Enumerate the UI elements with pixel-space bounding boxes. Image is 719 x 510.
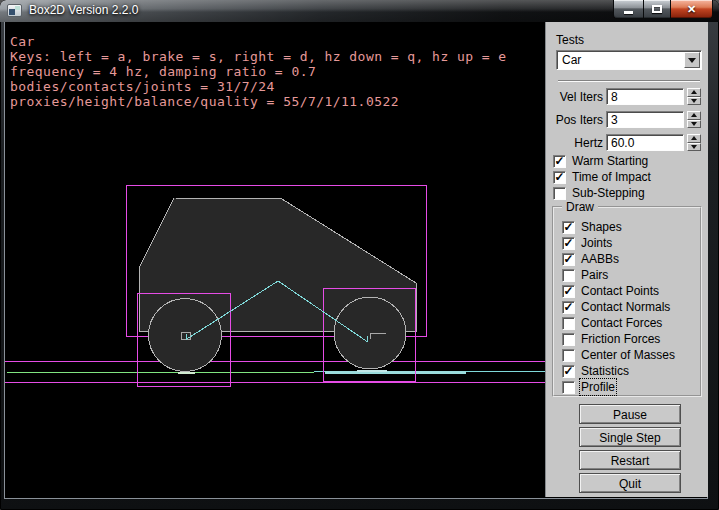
info-line-proxies-height-balance-quality-55-7-1-11-0522: proxies/height/balance/quality = 55/7/1/… bbox=[10, 94, 507, 109]
titlebar[interactable]: Box2D Version 2.2.0 ✕ bbox=[0, 0, 719, 22]
info-line-car: Car bbox=[10, 34, 507, 49]
checkbox-box[interactable]: ✓ bbox=[562, 285, 575, 298]
control-panel: Tests Car Vel Iters 8 bbox=[545, 22, 708, 497]
caption-buttons: ✕ bbox=[613, 0, 713, 19]
spin-up-button[interactable] bbox=[687, 88, 701, 97]
spinner-row-pos-iters: Pos Iters 3 bbox=[546, 111, 709, 134]
triangle-up-icon bbox=[691, 136, 697, 140]
client-area: CarKeys: left = a, brake = s, right = d,… bbox=[4, 22, 708, 499]
triangle-down-icon bbox=[691, 99, 697, 103]
checkbox-row-time-of-impact[interactable]: ✓ Time of Impact bbox=[553, 169, 651, 185]
checkbox-row-sub-stepping[interactable]: Sub-Stepping bbox=[553, 185, 651, 201]
checkbox-label: Time of Impact bbox=[572, 170, 651, 184]
info-line-keys-left-a-brake-s-right-d-hz-down-q-hz-up-e: Keys: left = a, brake = s, right = d, hz… bbox=[10, 49, 507, 64]
checkbox-label: Statistics bbox=[581, 364, 629, 378]
checkbox-box[interactable] bbox=[562, 381, 575, 394]
draw-checkbox-row-friction-forces[interactable]: Friction Forces bbox=[562, 331, 675, 347]
spinner-buttons bbox=[687, 88, 701, 105]
checkbox-label: Joints bbox=[581, 236, 612, 250]
draw-group-label: Draw bbox=[562, 200, 598, 214]
button-restart[interactable]: Restart bbox=[579, 450, 681, 470]
left-wheel[interactable] bbox=[149, 299, 222, 372]
checkbox-label: Contact Forces bbox=[581, 316, 662, 330]
minimize-button[interactable] bbox=[613, 0, 643, 19]
draw-option-checkboxes: ✓ Shapes ✓ Joints ✓ AABBs Pairs ✓ bbox=[562, 219, 675, 395]
app-icon-highlight bbox=[15, 6, 20, 10]
spinner-label: Vel Iters bbox=[560, 90, 603, 104]
close-button[interactable]: ✕ bbox=[671, 0, 713, 19]
checkbox-box[interactable]: ✓ bbox=[562, 253, 575, 266]
tests-dropdown-value: Car bbox=[562, 53, 581, 67]
draw-groupbox: Draw ✓ Shapes ✓ Joints ✓ AABBs bbox=[552, 206, 702, 397]
checkbox-label: Friction Forces bbox=[581, 332, 660, 346]
info-line-frequency-4-hz-damping-ratio-0-7: frequency = 4 hz, damping ratio = 0.7 bbox=[10, 64, 507, 79]
sim-option-checkboxes: ✓ Warm Starting ✓ Time of Impact Sub-Ste… bbox=[553, 153, 651, 201]
spinner-row-vel-iters: Vel Iters 8 bbox=[546, 88, 709, 111]
tests-dropdown-arrow-button[interactable] bbox=[684, 52, 700, 68]
close-icon: ✕ bbox=[687, 1, 696, 18]
spinner-label: Hertz bbox=[574, 136, 603, 150]
checkbox-box[interactable] bbox=[562, 317, 575, 330]
checkbox-label: Contact Normals bbox=[581, 300, 670, 314]
checkbox-box[interactable]: ✓ bbox=[562, 221, 575, 234]
checkbox-label: Pairs bbox=[581, 268, 608, 282]
spinner-label: Pos Iters bbox=[556, 113, 603, 127]
spin-up-button[interactable] bbox=[687, 134, 701, 143]
draw-checkbox-row-contact-forces[interactable]: Contact Forces bbox=[562, 315, 675, 331]
triangle-down-icon bbox=[691, 122, 697, 126]
tests-label: Tests bbox=[556, 33, 584, 47]
button-single-step[interactable]: Single Step bbox=[579, 427, 681, 447]
app-icon[interactable] bbox=[7, 4, 22, 17]
draw-checkbox-row-contact-points[interactable]: ✓ Contact Points bbox=[562, 283, 675, 299]
checkbox-box[interactable] bbox=[553, 187, 566, 200]
info-line-bodies-contacts-joints-31-7-24: bodies/contacts/joints = 31/7/24 bbox=[10, 79, 507, 94]
checkbox-box[interactable]: ✓ bbox=[562, 365, 575, 378]
draw-checkbox-row-contact-normals[interactable]: ✓ Contact Normals bbox=[562, 299, 675, 315]
spin-down-button[interactable] bbox=[687, 143, 701, 152]
maximize-icon bbox=[652, 5, 662, 13]
debug-info-text: CarKeys: left = a, brake = s, right = d,… bbox=[10, 34, 507, 109]
triangle-down-icon bbox=[691, 145, 697, 149]
checkbox-label: AABBs bbox=[581, 252, 619, 266]
button-quit[interactable]: Quit bbox=[579, 473, 681, 493]
minimize-icon bbox=[624, 11, 633, 14]
window-title: Box2D Version 2.2.0 bbox=[29, 3, 138, 17]
triangle-up-icon bbox=[691, 90, 697, 94]
draw-checkbox-row-aabbs[interactable]: ✓ AABBs bbox=[562, 251, 675, 267]
checkbox-box[interactable] bbox=[562, 269, 575, 282]
spinner-input[interactable]: 3 bbox=[606, 111, 684, 128]
draw-checkbox-row-statistics[interactable]: ✓ Statistics bbox=[562, 363, 675, 379]
checkbox-box[interactable]: ✓ bbox=[553, 155, 566, 168]
checkbox-label: Shapes bbox=[581, 220, 622, 234]
spin-down-button[interactable] bbox=[687, 97, 701, 106]
checkbox-row-warm-starting[interactable]: ✓ Warm Starting bbox=[553, 153, 651, 169]
separator-line bbox=[558, 80, 700, 82]
checkbox-box[interactable]: ✓ bbox=[553, 171, 566, 184]
checkbox-label: Profile bbox=[581, 380, 615, 394]
maximize-button[interactable] bbox=[643, 0, 671, 19]
button-pause[interactable]: Pause bbox=[579, 404, 681, 424]
draw-checkbox-row-profile[interactable]: Profile bbox=[562, 379, 675, 395]
tests-dropdown[interactable]: Car bbox=[556, 50, 702, 70]
checkbox-box[interactable]: ✓ bbox=[562, 237, 575, 250]
simulation-canvas[interactable]: CarKeys: left = a, brake = s, right = d,… bbox=[5, 22, 545, 497]
chevron-down-icon bbox=[688, 58, 696, 63]
app-window: Box2D Version 2.2.0 ✕ bbox=[0, 0, 719, 510]
action-buttons: PauseSingle StepRestartQuit bbox=[579, 404, 681, 493]
spinner-buttons bbox=[687, 111, 701, 128]
iteration-spinners: Vel Iters 8 Pos Iters 3 bbox=[546, 88, 709, 157]
spinner-input[interactable]: 60.0 bbox=[606, 134, 684, 151]
triangle-up-icon bbox=[691, 113, 697, 117]
checkbox-box[interactable]: ✓ bbox=[562, 301, 575, 314]
draw-checkbox-row-shapes[interactable]: ✓ Shapes bbox=[562, 219, 675, 235]
draw-checkbox-row-center-of-masses[interactable]: Center of Masses bbox=[562, 347, 675, 363]
spin-up-button[interactable] bbox=[687, 111, 701, 120]
spinner-input[interactable]: 8 bbox=[606, 88, 684, 105]
checkbox-box[interactable] bbox=[562, 349, 575, 362]
spin-down-button[interactable] bbox=[687, 120, 701, 129]
checkbox-box[interactable] bbox=[562, 333, 575, 346]
draw-checkbox-row-pairs[interactable]: Pairs bbox=[562, 267, 675, 283]
checkbox-label: Warm Starting bbox=[572, 154, 648, 168]
checkbox-label: Center of Masses bbox=[581, 348, 675, 362]
draw-checkbox-row-joints[interactable]: ✓ Joints bbox=[562, 235, 675, 251]
